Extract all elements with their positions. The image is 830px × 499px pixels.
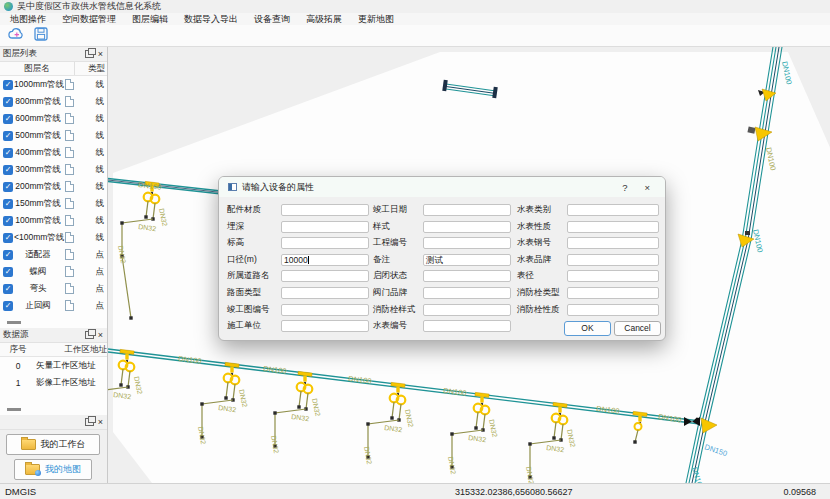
layer-row[interactable]: ✓150mm管线线 — [0, 195, 107, 212]
menu-item-图层编辑[interactable]: 图层编辑 — [124, 13, 176, 26]
column-index: 序号 — [0, 344, 36, 356]
my-workbench-button[interactable]: 我的工作台 — [6, 434, 100, 455]
checkbox-checked-icon[interactable]: ✓ — [3, 250, 13, 260]
layer-name: 200mm管线 — [14, 181, 62, 193]
document-icon — [65, 96, 74, 107]
menu-item-高级拓展[interactable]: 高级拓展 — [298, 13, 350, 26]
field-input-水表钢号[interactable] — [567, 237, 659, 249]
dialog-field-row: 水表类别 — [517, 204, 659, 216]
panel-float-icon[interactable] — [85, 50, 94, 58]
menu-item-数据导入导出[interactable]: 数据导入导出 — [176, 13, 246, 26]
checkbox-checked-icon[interactable]: ✓ — [3, 233, 13, 243]
field-input-标高[interactable] — [281, 237, 369, 249]
field-input-施工单位[interactable] — [281, 320, 369, 332]
dialog-field-row: 表径 — [517, 270, 659, 282]
valve-box-icon — [745, 231, 750, 235]
layer-hscrollbar[interactable] — [7, 321, 21, 324]
layer-row[interactable]: ✓800mm管线线 — [0, 93, 107, 110]
checkbox-checked-icon[interactable]: ✓ — [3, 199, 13, 209]
dialog-help-button[interactable]: ? — [616, 182, 633, 193]
cloud-download-icon[interactable] — [8, 27, 25, 45]
field-input-备注[interactable]: 测试 — [423, 254, 511, 266]
checkbox-checked-icon[interactable]: ✓ — [3, 165, 13, 175]
field-input-竣工图编号[interactable] — [281, 304, 369, 316]
layer-row[interactable]: ✓200mm管线线 — [0, 178, 107, 195]
checkbox-checked-icon[interactable]: ✓ — [3, 80, 13, 90]
field-label-口径(m): 口径(m) — [227, 254, 281, 266]
checkbox-checked-icon[interactable]: ✓ — [3, 114, 13, 124]
text-cursor — [308, 256, 309, 264]
cancel-button[interactable]: Cancel — [614, 321, 661, 336]
field-input-消防栓性质[interactable] — [567, 304, 659, 316]
field-input-消防栓样式[interactable] — [423, 304, 511, 316]
panel-close-icon[interactable]: × — [97, 50, 104, 58]
datasource-index: 1 — [0, 378, 36, 388]
field-input-口径(m)[interactable]: 10000 — [281, 254, 369, 266]
dialog-titlebar[interactable]: 请输入设备的属性 ? × — [219, 177, 665, 197]
panel-close-icon[interactable]: × — [97, 418, 104, 426]
field-input-阀门品牌[interactable] — [423, 287, 511, 299]
checkbox-checked-icon[interactable]: ✓ — [3, 216, 13, 226]
field-input-水表类别[interactable] — [567, 204, 659, 216]
checkbox-checked-icon[interactable]: ✓ — [3, 131, 13, 141]
layer-row[interactable]: ✓400mm管线线 — [0, 144, 107, 161]
field-input-水表编号[interactable] — [423, 320, 511, 332]
ok-button[interactable]: OK — [564, 321, 611, 336]
layer-row[interactable]: ✓适配器点 — [0, 246, 107, 263]
field-input-样式[interactable] — [423, 221, 511, 233]
field-input-竣工日期[interactable] — [423, 204, 511, 216]
layer-row[interactable]: ✓1000mm管线线 — [0, 76, 107, 93]
menu-item-更新地图[interactable]: 更新地图 — [350, 13, 402, 26]
dialog-close-icon[interactable]: × — [638, 182, 656, 193]
field-input-启闭状态[interactable] — [423, 270, 511, 282]
checkbox-checked-icon[interactable]: ✓ — [3, 182, 13, 192]
field-input-表径[interactable] — [567, 270, 659, 282]
field-input-路面类型[interactable] — [281, 287, 369, 299]
field-label-消防栓样式: 消防栓样式 — [373, 304, 423, 316]
checkbox-checked-icon[interactable]: ✓ — [3, 301, 13, 311]
field-label-水表品牌: 水表品牌 — [517, 254, 567, 266]
field-input-工程编号[interactable] — [423, 237, 511, 249]
datasource-row[interactable]: 0矢量工作区地址 — [0, 357, 107, 374]
field-input-配件材质[interactable] — [281, 204, 369, 216]
dialog-field-row: 备注测试 — [373, 254, 511, 266]
field-input-水表品牌[interactable] — [567, 254, 659, 266]
panel-float-icon[interactable] — [85, 331, 94, 339]
checkbox-checked-icon[interactable]: ✓ — [3, 267, 13, 277]
datasource-hscrollbar[interactable] — [7, 408, 21, 411]
layer-row[interactable]: ✓300mm管线线 — [0, 161, 107, 178]
layer-row[interactable]: ✓蝶阀点 — [0, 263, 107, 280]
dialog-title: 请输入设备的属性 — [242, 181, 314, 194]
my-map-label: 我的地图 — [45, 463, 81, 476]
my-map-button[interactable]: 我的地图 — [14, 459, 92, 480]
checkbox-checked-icon[interactable]: ✓ — [3, 97, 13, 107]
layer-row[interactable]: ✓100mm管线线 — [0, 212, 107, 229]
menu-item-空间数据管理[interactable]: 空间数据管理 — [54, 13, 124, 26]
layer-row[interactable]: ✓<100mm管线线 — [0, 229, 107, 246]
save-icon[interactable] — [34, 27, 48, 45]
menu-item-地图操作[interactable]: 地图操作 — [2, 13, 54, 26]
field-label-所属道路名: 所属道路名 — [227, 270, 281, 282]
field-label-表径: 表径 — [517, 270, 567, 282]
panel-float-icon[interactable] — [85, 418, 94, 426]
field-input-消防栓类型[interactable] — [567, 287, 659, 299]
field-input-所属道路名[interactable] — [281, 270, 369, 282]
document-icon — [65, 283, 74, 294]
field-label-配件材质: 配件材质 — [227, 204, 281, 216]
layer-row[interactable]: ✓止回阀点 — [0, 297, 107, 314]
checkbox-checked-icon[interactable]: ✓ — [3, 284, 13, 294]
menu-item-设备查询[interactable]: 设备查询 — [246, 13, 298, 26]
field-input-埋深[interactable] — [281, 221, 369, 233]
dialog-field-row: 阀门品牌 — [373, 287, 511, 299]
layer-row[interactable]: ✓600mm管线线 — [0, 110, 107, 127]
datasource-row[interactable]: 1影像工作区地址 — [0, 374, 107, 391]
layer-row[interactable]: ✓500mm管线线 — [0, 127, 107, 144]
layer-row[interactable]: ✓弯头点 — [0, 280, 107, 297]
checkbox-checked-icon[interactable]: ✓ — [3, 148, 13, 158]
field-label-水表性质: 水表性质 — [517, 221, 567, 233]
layer-type: 线 — [74, 79, 107, 91]
field-input-水表性质[interactable] — [567, 221, 659, 233]
panel-close-icon[interactable]: × — [97, 331, 104, 339]
document-icon — [65, 164, 74, 175]
field-label-标高: 标高 — [227, 237, 281, 249]
